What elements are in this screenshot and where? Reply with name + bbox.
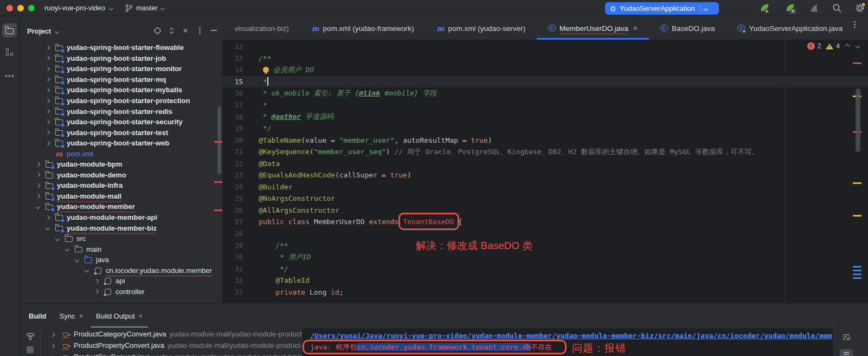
chevron-right-icon[interactable]	[45, 215, 49, 219]
profiler-button[interactable]	[808, 2, 820, 14]
chevron-right-icon[interactable]	[45, 109, 49, 113]
tree-item[interactable]: yudao-spring-boot-starter-security	[20, 117, 222, 128]
maximize-window-button[interactable]	[28, 5, 35, 11]
prev-issue-icon[interactable]	[845, 44, 850, 48]
tree-scrollbar[interactable]	[217, 106, 221, 174]
chevron-right-icon[interactable]	[35, 194, 40, 198]
tree-item[interactable]: src	[20, 233, 222, 244]
chevron-right-icon[interactable]	[50, 344, 55, 348]
project-tool-window-button[interactable]	[2, 23, 17, 37]
project-panel-header: Project ✕	[20, 17, 222, 42]
chevron-right-icon[interactable]	[45, 46, 49, 50]
tree-item[interactable]: yudao-spring-boot-starter-mybatis	[20, 85, 222, 96]
tree-item[interactable]: yudao-spring-boot-starter-mq	[20, 74, 222, 85]
hide-panel-icon[interactable]	[209, 26, 218, 35]
more-tool-windows-button[interactable]	[2, 69, 17, 83]
branch-selector[interactable]: master	[125, 4, 164, 12]
tree-item[interactable]: yudao-spring-boot-starter-redis	[20, 106, 222, 117]
chevron-right-icon[interactable]	[45, 98, 49, 103]
editor-tab[interactable]: CMemberUserDO.java×	[537, 17, 649, 40]
line-number: 15	[222, 78, 243, 86]
search-icon[interactable]	[831, 2, 843, 14]
chevron-down-icon[interactable]	[74, 257, 79, 262]
close-window-button[interactable]	[7, 5, 13, 11]
build-hammer-icon[interactable]	[25, 332, 35, 341]
minimize-window-button[interactable]	[17, 5, 24, 11]
structure-tool-window-button[interactable]	[2, 45, 17, 59]
tree-item[interactable]: cn.iocoder.yudao.module.member	[20, 265, 222, 276]
next-issue-icon[interactable]	[856, 44, 860, 48]
tree-item[interactable]: yudao-spring-boot-starter-web	[20, 138, 222, 149]
chevron-right-icon[interactable]	[35, 183, 40, 188]
build-tab[interactable]: Sync×	[53, 304, 90, 328]
debug-bug-icon	[609, 5, 616, 12]
editor-tab[interactable]: visualization-biz)	[223, 17, 300, 40]
tree-item[interactable]: yudao-module-demo	[20, 170, 222, 181]
chevron-right-icon[interactable]	[45, 77, 49, 81]
collapse-all-icon[interactable]: ✕	[181, 26, 190, 35]
build-tab[interactable]: Build	[22, 304, 53, 328]
tree-item[interactable]: api	[20, 276, 222, 287]
chevron-right-icon[interactable]	[35, 162, 40, 167]
tree-item[interactable]: controller	[20, 287, 222, 297]
chevron-down-icon[interactable]	[65, 247, 69, 251]
close-tab-icon[interactable]: ×	[139, 312, 143, 320]
debug-button[interactable]	[785, 2, 796, 14]
editor-tab[interactable]: mpom.xml (yudao-framework)	[300, 17, 426, 40]
chevron-right-icon[interactable]	[50, 333, 55, 337]
editor-tab[interactable]: CBaseDO.java	[649, 17, 726, 40]
run-button[interactable]	[759, 2, 771, 14]
tree-item[interactable]: yudao-module-mall	[20, 191, 222, 202]
soft-wrap-icon[interactable]	[840, 331, 853, 343]
package-icon	[95, 268, 101, 274]
tree-item[interactable]: yudao-spring-boot-starter-flowable	[20, 42, 222, 53]
build-tab[interactable]: Build Output×	[89, 304, 149, 328]
chevron-right-icon[interactable]	[45, 141, 49, 145]
stop-build-icon[interactable]	[27, 346, 34, 353]
chevron-down-icon[interactable]	[55, 236, 59, 240]
code-line: 18 * @author 芋道源码	[222, 111, 868, 123]
chevron-right-icon[interactable]	[94, 279, 98, 283]
tree-item[interactable]: yudao-spring-boot-starter-test	[20, 127, 222, 138]
tree-item[interactable]: yudao-module-member	[20, 201, 222, 212]
chevron-right-icon[interactable]	[35, 173, 40, 177]
settings-gear-icon[interactable]	[854, 2, 866, 14]
tree-item[interactable]: java	[20, 255, 222, 265]
code-editor[interactable]: 1213/**14 会员用户 DO15 *16 * uk_mobile 索引: …	[222, 40, 868, 303]
editor-tab[interactable]: CYudaoServerApplication.java	[726, 17, 854, 40]
editor-tab[interactable]: mpom.xml (yudao-server)	[426, 17, 537, 40]
scroll-to-end-icon[interactable]	[840, 349, 853, 356]
tree-item[interactable]: main	[20, 244, 222, 255]
chevron-right-icon[interactable]	[45, 56, 49, 60]
chevron-right-icon[interactable]	[45, 130, 49, 135]
tree-item[interactable]: mpom.xml	[20, 148, 222, 159]
tree-item[interactable]: yudao-module-member-api	[20, 212, 222, 223]
line-number: 20	[222, 136, 243, 144]
close-tab-icon[interactable]: ×	[79, 312, 83, 320]
intention-bulb-icon[interactable]	[263, 67, 269, 73]
tree-item[interactable]: yudao-module-member-biz	[20, 223, 222, 233]
tab-options-icon[interactable]	[854, 24, 856, 26]
chevron-down-icon[interactable]	[84, 268, 88, 272]
chevron-right-icon[interactable]	[45, 67, 49, 71]
close-tab-icon[interactable]: ×	[633, 24, 638, 33]
tree-item[interactable]: yudao-spring-boot-starter-protection	[20, 96, 222, 106]
tree-item[interactable]: yudao-module-infra	[20, 180, 222, 191]
expand-collapse-icon[interactable]	[167, 26, 176, 35]
tree-item[interactable]: yudao-module-bpm	[20, 159, 222, 170]
inspections-widget[interactable]: ! 2 4	[807, 42, 859, 50]
panel-options-icon[interactable]	[195, 26, 204, 35]
locate-file-icon[interactable]	[153, 26, 162, 35]
tree-item[interactable]: yudao-spring-boot-starter-job	[20, 53, 222, 64]
chevron-down-icon[interactable]	[35, 205, 40, 209]
chevron-right-icon[interactable]	[45, 88, 49, 92]
chevron-down-icon[interactable]	[45, 226, 49, 230]
tree-item[interactable]: yudao-spring-boot-starter-monitor	[20, 63, 222, 74]
project-selector[interactable]: ruoyi-vue-pro-video	[44, 4, 113, 12]
tree-item-label: yudao-module-member	[57, 202, 135, 211]
run-configuration-button[interactable]: YudaoServerApplication	[605, 2, 719, 15]
warning-count: 4	[836, 42, 840, 50]
editor-scrollbar[interactable]	[856, 88, 860, 152]
chevron-right-icon[interactable]	[45, 119, 49, 124]
chevron-right-icon[interactable]	[94, 289, 98, 294]
